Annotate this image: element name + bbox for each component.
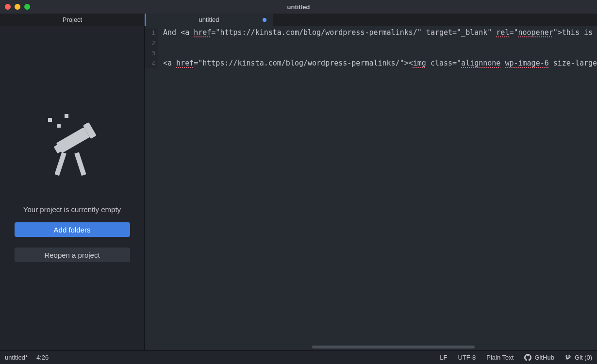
status-github-label: GitHub (534, 354, 554, 361)
github-icon (524, 354, 531, 361)
editor-line[interactable]: 1And <a href="https://kinsta.com/blog/wo… (145, 28, 597, 38)
add-folders-button[interactable]: Add folders (15, 222, 130, 237)
status-grammar[interactable]: Plain Text (486, 354, 514, 361)
zoom-window-button[interactable] (24, 4, 30, 10)
editor-pane[interactable]: 1And <a href="https://kinsta.com/blog/wo… (145, 26, 597, 350)
editor-tabs: untitled (145, 14, 597, 26)
svg-rect-0 (48, 118, 52, 122)
editor-lines[interactable]: 1And <a href="https://kinsta.com/blog/wo… (145, 26, 597, 68)
status-cursor-position[interactable]: 4:26 (36, 354, 49, 361)
svg-rect-2 (57, 124, 61, 128)
minimize-window-button[interactable] (15, 4, 20, 10)
line-content[interactable]: And <a href="https://kinsta.com/blog/wor… (158, 28, 597, 38)
unsaved-indicator-icon (263, 18, 266, 22)
svg-rect-7 (74, 152, 86, 176)
editor-tab-untitled[interactable]: untitled (145, 14, 273, 26)
reopen-project-button[interactable]: Reopen a project (15, 248, 130, 262)
editor-tab-label: untitled (199, 16, 219, 23)
editor-line[interactable]: 3 (145, 48, 597, 58)
status-filename[interactable]: untitled* (5, 354, 28, 361)
sidebar-tab-project[interactable]: Project (0, 14, 145, 26)
titlebar[interactable]: untitled (0, 0, 597, 14)
editor-line[interactable]: 4<a href="https://kinsta.com/blog/wordpr… (145, 58, 597, 68)
status-git[interactable]: Git (0) (565, 354, 592, 361)
empty-project-message: Your project is currently empty (23, 205, 121, 214)
status-github[interactable]: GitHub (524, 354, 554, 361)
gutter (145, 26, 162, 350)
horizontal-scrollbar[interactable] (312, 346, 475, 348)
active-tab-indicator (145, 14, 146, 26)
status-git-label: Git (0) (575, 354, 592, 361)
status-encoding[interactable]: UTF-8 (458, 354, 476, 361)
svg-rect-1 (65, 114, 68, 118)
git-branch-icon (565, 354, 572, 361)
line-content[interactable]: <a href="https://kinsta.com/blog/wordpre… (158, 58, 597, 68)
window-title: untitled (287, 3, 310, 11)
status-bar: untitled* 4:26 LF UTF-8 Plain Text GitHu… (0, 350, 597, 364)
status-line-ending[interactable]: LF (440, 354, 447, 361)
svg-rect-6 (54, 152, 66, 176)
tab-row: Project untitled (0, 14, 597, 26)
project-sidebar: Your project is currently empty Add fold… (0, 26, 145, 350)
editor-line[interactable]: 2 (145, 38, 597, 48)
telescope-icon (43, 113, 101, 176)
traffic-lights (5, 4, 30, 10)
sidebar-tab-label: Project (63, 16, 82, 23)
svg-rect-3 (56, 127, 89, 153)
app-window: untitled Project untitled (0, 0, 597, 364)
workspace: Your project is currently empty Add fold… (0, 26, 597, 350)
close-window-button[interactable] (5, 4, 11, 10)
